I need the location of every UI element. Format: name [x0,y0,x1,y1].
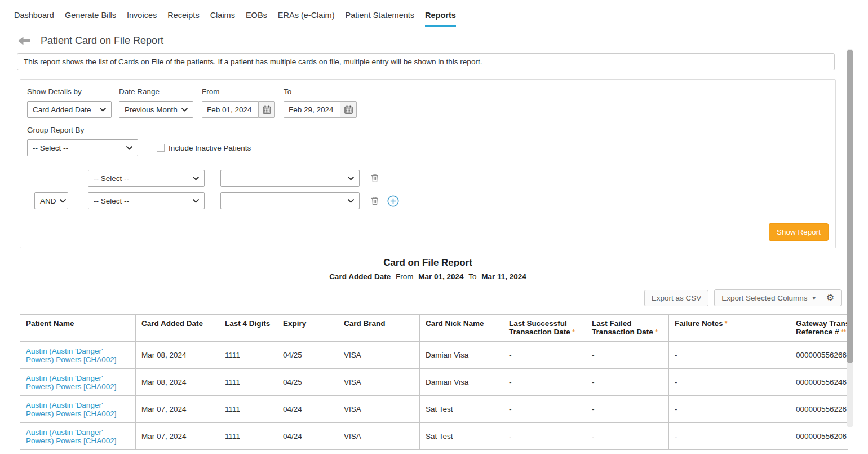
nav-item-eras-e-claim[interactable]: ERAs (e-Claim) [278,11,335,27]
include-inactive-patients-option[interactable]: Include Inactive Patients [157,144,251,152]
table-cell: 000000556246 [790,369,849,396]
table-row: Austin (Austin 'Danger' Powers) Powers [… [20,342,849,369]
table-cell: - [586,342,669,369]
column-header: Card Brand [338,315,420,342]
table-cell: Damian Visa [420,369,503,396]
from-label: From [202,87,284,96]
condition-2-value-select[interactable] [220,192,360,209]
nav-item-patient-statements[interactable]: Patient Statements [346,11,415,27]
report-heading: Card on File Report Card Added Date From… [20,257,836,281]
to-date-input[interactable] [284,101,340,118]
chevron-down-icon [348,199,354,203]
column-header: Last Successful Transaction Date * [503,315,586,342]
chevron-down-icon [193,199,199,203]
nav-item-receipts[interactable]: Receipts [167,11,199,27]
nav-item-generate-bills[interactable]: Generate Bills [65,11,116,27]
subtitle-prefix: Card Added Date [329,272,391,281]
select-value: -- Select -- [94,174,129,183]
select-value: -- Select -- [94,197,129,205]
column-header: Last Failed Transaction Date * [586,315,669,342]
patient-name-cell: Austin (Austin 'Danger' Powers) Powers [… [20,369,136,396]
chevron-down-icon [60,199,66,203]
subtitle-to-date: Mar 11, 2024 [481,272,526,281]
delete-condition-button[interactable] [371,174,379,183]
from-date-input[interactable] [202,101,258,118]
vertical-scrollbar-thumb[interactable] [847,50,853,363]
gear-icon[interactable]: ⚙ [826,293,834,302]
patient-link[interactable]: Austin (Austin 'Danger' Powers) Powers [… [26,428,117,445]
table-cell: - [503,396,586,423]
select-value: Previous Month [125,105,178,114]
info-message: This report shows the list of Cards on F… [17,53,835,70]
report-subtitle: Card Added Date From Mar 01, 2024 To Mar… [20,272,836,281]
table-cell: - [669,396,790,423]
report-table-header-row: Patient NameCard Added DateLast 4 Digits… [20,315,849,342]
column-header: Gateway Transaction Reference # ** [790,315,849,342]
patient-link[interactable]: Austin (Austin 'Danger' Powers) Powers [… [26,374,117,391]
group-report-by-select[interactable]: -- Select -- [27,139,138,156]
table-cell: 000000556266 [790,342,849,369]
caret-down-icon: ▾ [813,295,816,301]
subtitle-from-date: Mar 01, 2024 [418,272,463,281]
patient-link[interactable]: Austin (Austin 'Danger' Powers) Powers [… [26,347,117,364]
table-cell: 04/24 [277,396,338,423]
page-header: Patient Card on File Report [18,35,868,47]
page-title: Patient Card on File Report [41,35,163,47]
table-cell: - [503,369,586,396]
table-cell: Damian Visa [420,342,503,369]
table-cell: - [503,342,586,369]
group-report-by-label: Group Report By [27,126,829,134]
table-cell: 04/25 [277,369,338,396]
condition-1-field-select[interactable]: -- Select -- [88,170,205,187]
export-selected-label: Export Selected Columns [721,294,807,302]
nav-item-eobs[interactable]: EOBs [246,11,267,27]
include-inactive-checkbox[interactable] [157,144,165,152]
date-range-select[interactable]: Previous Month [119,101,193,118]
report-title: Card on File Report [20,257,836,268]
export-selected-columns-button[interactable]: Export Selected Columns ▾ ⚙ [714,289,842,306]
patient-name-cell: Austin (Austin 'Danger' Powers) Powers [… [20,342,136,369]
add-condition-button[interactable] [387,195,399,207]
table-row: Austin (Austin 'Danger' Powers) Powers [… [20,396,849,423]
nav-item-invoices[interactable]: Invoices [127,11,157,27]
patient-name-cell: Austin (Austin 'Danger' Powers) Powers [… [20,396,136,423]
table-cell: - [669,369,790,396]
report-table-body: Austin (Austin 'Danger' Powers) Powers [… [20,342,849,450]
report-table-container: Patient NameCard Added DateLast 4 Digits… [20,314,848,450]
table-cell: 04/25 [277,342,338,369]
column-header: Expiry [277,315,338,342]
divider [0,446,868,446]
select-value: -- Select -- [33,144,68,152]
patient-link[interactable]: Austin (Austin 'Danger' Powers) Powers [… [26,401,117,418]
table-cell: Mar 08, 2024 [136,342,219,369]
table-cell: VISA [338,369,420,396]
column-header: Failure Notes * [669,315,790,342]
table-cell: 1111 [219,396,277,423]
condition-2-field-select[interactable]: -- Select -- [88,192,205,209]
required-mark: * [570,328,575,336]
calendar-icon[interactable] [258,101,275,118]
condition-2-operator-select[interactable]: AND [34,192,68,209]
divider [821,293,821,302]
condition-row-2: AND -- Select -- [27,192,829,209]
condition-row-1: -- Select -- [27,170,829,187]
calendar-icon[interactable] [340,101,357,118]
table-cell: VISA [338,342,420,369]
show-details-by-select[interactable]: Card Added Date [27,101,112,118]
table-cell: Mar 08, 2024 [136,369,219,396]
chevron-down-icon [126,146,132,150]
export-csv-button[interactable]: Export as CSV [644,290,709,306]
table-cell: 000000556226 [790,396,849,423]
chevron-down-icon [100,108,106,112]
report-table: Patient NameCard Added DateLast 4 Digits… [20,314,848,450]
nav-item-reports[interactable]: Reports [425,11,456,27]
nav-item-dashboard[interactable]: Dashboard [14,11,54,27]
condition-1-value-select[interactable] [220,170,360,187]
date-range-label: Date Range [119,87,202,96]
delete-condition-button[interactable] [371,196,379,205]
to-label: To [284,87,362,96]
chevron-down-icon [181,108,188,112]
back-arrow-icon[interactable] [18,37,30,45]
nav-item-claims[interactable]: Claims [210,11,235,27]
show-report-button[interactable]: Show Report [769,223,829,241]
